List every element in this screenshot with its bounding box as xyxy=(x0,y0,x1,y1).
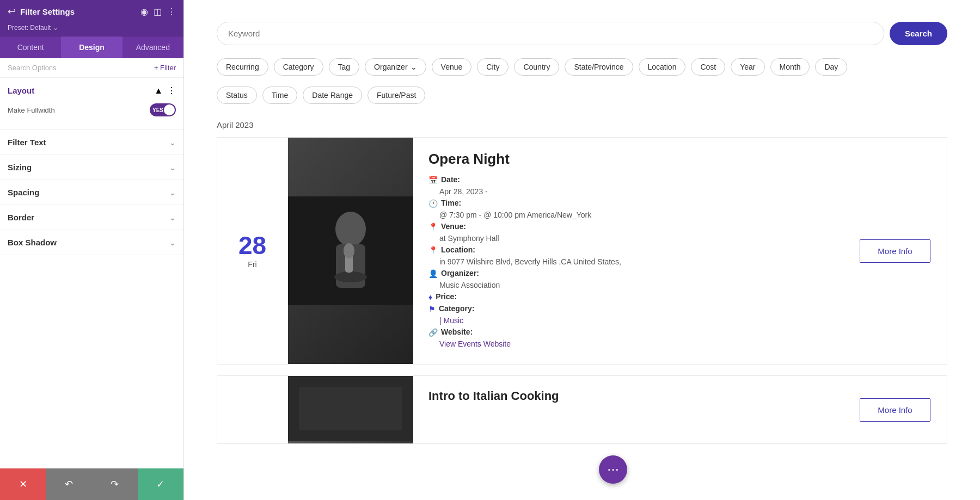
event-venue-value: at Symphony Hall xyxy=(439,234,499,243)
event-details-1: Opera Night 📅 Date: Apr 28, 2023 - 🕐 Tim… xyxy=(413,138,849,364)
chip-city[interactable]: City xyxy=(477,58,509,76)
event-title-1: Opera Night xyxy=(428,151,834,168)
chip-state-province[interactable]: State/Province xyxy=(565,58,633,76)
columns-icon[interactable]: ◫ xyxy=(154,7,162,17)
svg-point-1 xyxy=(335,212,366,246)
border-section: Border ⌄ xyxy=(0,205,183,230)
event-price-label: Price: xyxy=(436,292,457,301)
toggle-container: YES xyxy=(150,103,176,116)
event-date-label: Date: xyxy=(441,175,460,184)
more-info-button-2[interactable]: More Info xyxy=(860,398,930,422)
chip-time[interactable]: Time xyxy=(262,87,298,104)
add-filter-button[interactable]: + Filter xyxy=(154,64,176,72)
event-category-value[interactable]: | Music xyxy=(439,316,463,325)
menu-icon[interactable]: ⋮ xyxy=(167,85,176,96)
event-date-value: Apr 28, 2023 - xyxy=(439,187,488,196)
spacing-section: Spacing ⌄ xyxy=(0,180,183,205)
tab-content[interactable]: Content xyxy=(0,36,61,58)
discard-button[interactable]: ✕ xyxy=(0,468,46,500)
border-header[interactable]: Border ⌄ xyxy=(8,213,176,222)
svg-point-5 xyxy=(344,243,354,258)
event-organizer-value: Music Association xyxy=(439,281,500,289)
pin-icon: 📍 xyxy=(428,223,438,231)
keyword-input[interactable] xyxy=(217,22,884,45)
event-image-2 xyxy=(288,376,413,443)
panel-title: Filter Settings xyxy=(20,7,75,16)
event-website-link[interactable]: View Events Website xyxy=(439,339,511,348)
chip-status[interactable]: Status xyxy=(217,87,257,104)
spacing-header[interactable]: Spacing ⌄ xyxy=(8,188,176,197)
event-card-right-2: More Info xyxy=(849,376,947,443)
chip-venue[interactable]: Venue xyxy=(432,58,472,76)
box-shadow-title: Box Shadow xyxy=(8,238,57,247)
left-panel: ↩ Filter Settings ◉ ◫ ⋮ Preset: Default … xyxy=(0,0,184,500)
chip-recurring[interactable]: Recurring xyxy=(217,58,268,76)
box-shadow-section: Box Shadow ⌄ xyxy=(0,230,183,255)
event-title-2: Intro to Italian Cooking xyxy=(428,389,834,403)
event-date-box-1: 28 Fri xyxy=(217,138,288,364)
panel-preset: Preset: Default ⌄ xyxy=(0,22,183,36)
layout-section-header[interactable]: Layout ▲ ⋮ xyxy=(8,85,176,96)
event-time-value-row: @ 7:30 pm - @ 10:00 pm America/New_York xyxy=(428,211,834,219)
filter-chips-row2: Status Time Date Range Future/Past xyxy=(217,87,947,104)
chip-tag[interactable]: Tag xyxy=(329,58,360,76)
event-card-right-1: More Info xyxy=(849,138,947,364)
event-venue-value-row: at Symphony Hall xyxy=(428,234,834,243)
event-category-row: ⚑ Category: xyxy=(428,304,834,313)
chevron-up-icon: ▲ xyxy=(154,86,163,96)
chip-day[interactable]: Day xyxy=(815,58,847,76)
chip-date-range[interactable]: Date Range xyxy=(303,87,362,104)
chip-organizer[interactable]: Organizer ⌄ xyxy=(365,58,426,76)
make-fullwidth-toggle[interactable]: YES xyxy=(150,103,176,116)
tab-advanced[interactable]: Advanced xyxy=(122,36,183,58)
chip-cost[interactable]: Cost xyxy=(691,58,725,76)
chip-year[interactable]: Year xyxy=(731,58,764,76)
event-website-label: Website: xyxy=(441,328,473,336)
chip-future-past[interactable]: Future/Past xyxy=(367,87,425,104)
location-pin-icon: 📍 xyxy=(428,246,438,255)
preset-label[interactable]: Preset: Default xyxy=(8,24,51,32)
panel-header: ↩ Filter Settings ◉ ◫ ⋮ xyxy=(0,0,183,22)
back-icon[interactable]: ↩ xyxy=(8,5,16,17)
event-venue-row: 📍 Venue: xyxy=(428,222,834,231)
event-category-value-row: | Music xyxy=(428,316,834,325)
event-organizer-row: 👤 Organizer: xyxy=(428,269,834,278)
sizing-section: Sizing ⌄ xyxy=(0,155,183,180)
event-organizer-label: Organizer: xyxy=(441,269,479,277)
more-icon[interactable]: ⋮ xyxy=(167,7,176,17)
search-bar-row: Search xyxy=(217,22,947,45)
event-venue-label: Venue: xyxy=(441,222,466,231)
box-shadow-header[interactable]: Box Shadow ⌄ xyxy=(8,238,176,247)
event-website-value-row: View Events Website xyxy=(428,339,834,348)
svg-rect-7 xyxy=(299,387,402,430)
person-icon: 👤 xyxy=(428,269,438,278)
event-website-row: 🔗 Website: xyxy=(428,328,834,337)
search-button[interactable]: Search xyxy=(890,22,947,45)
fab-button[interactable]: ⋯ xyxy=(599,455,627,484)
save-button[interactable]: ✓ xyxy=(138,468,183,500)
make-fullwidth-label: Make Fullwidth xyxy=(8,106,55,114)
event-time-row: 🕐 Time: xyxy=(428,199,834,208)
main-content: Search Recurring Category Tag Organizer … xyxy=(184,0,980,500)
chevron-down-icon-3: ⌄ xyxy=(169,188,176,197)
chip-country[interactable]: Country xyxy=(514,58,559,76)
event-image-placeholder-1 xyxy=(288,138,413,364)
chip-month[interactable]: Month xyxy=(770,58,810,76)
search-options-bar: Search Options + Filter xyxy=(0,58,183,78)
section-icons: ▲ ⋮ xyxy=(154,85,176,96)
chip-category[interactable]: Category xyxy=(274,58,323,76)
event-location-value-row: in 9077 Wilshire Blvd, Beverly Hills ,CA… xyxy=(428,257,834,266)
chip-location[interactable]: Location xyxy=(639,58,686,76)
event-time-value: @ 7:30 pm - @ 10:00 pm America/New_York xyxy=(439,211,591,219)
more-info-button-1[interactable]: More Info xyxy=(860,239,930,263)
filter-text-header[interactable]: Filter Text ⌄ xyxy=(8,138,176,147)
panel-header-icons: ◉ ◫ ⋮ xyxy=(140,7,176,17)
settings-icon[interactable]: ◉ xyxy=(140,7,148,17)
undo-button[interactable]: ↶ xyxy=(46,468,91,500)
sizing-header[interactable]: Sizing ⌄ xyxy=(8,163,176,172)
redo-button[interactable]: ↷ xyxy=(92,468,138,500)
panel-header-left: ↩ Filter Settings xyxy=(8,5,75,17)
tab-design[interactable]: Design xyxy=(61,36,122,58)
layout-section: Layout ▲ ⋮ Make Fullwidth YES xyxy=(0,78,183,130)
border-title: Border xyxy=(8,213,34,222)
